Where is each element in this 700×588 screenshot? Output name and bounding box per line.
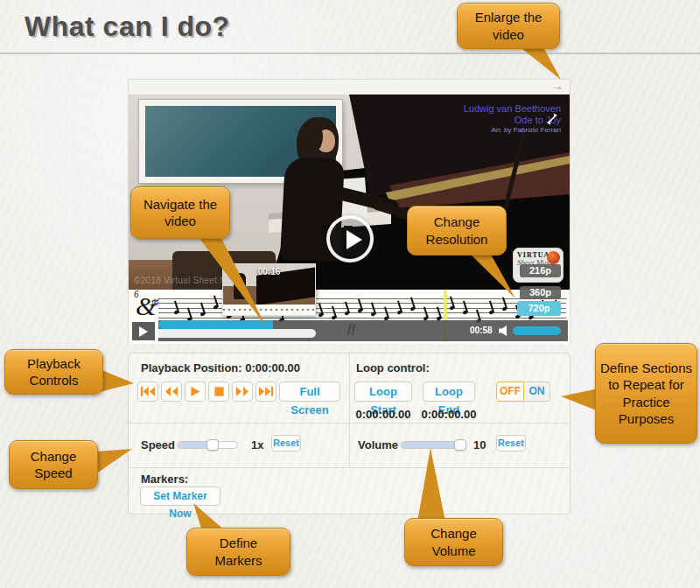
divider (129, 467, 570, 468)
skip-start-button[interactable] (137, 382, 158, 402)
callout-playback-controls: Playback Controls (4, 349, 103, 395)
markers-label: Markers: (141, 472, 188, 486)
video-control-bar: 00:58 (158, 320, 568, 341)
rewind-icon (164, 386, 179, 397)
speed-value: 1x (251, 438, 263, 452)
set-marker-button[interactable]: Set Marker Now (140, 486, 220, 506)
speed-label: Speed (141, 438, 175, 452)
resolution-360p-button[interactable]: 360p (520, 286, 561, 299)
resolution-720p-button[interactable]: 720p (517, 301, 561, 316)
thumbnail-time: 00:16 (223, 267, 315, 276)
playback-position-label: Playback Position: 0:00:00.00 (141, 361, 300, 374)
play-button[interactable] (185, 382, 206, 402)
player-top-strip: → (129, 80, 570, 94)
pianist-hair-front (307, 121, 323, 150)
enlarge-arrow-icon[interactable]: → (551, 79, 564, 93)
thumbnail-sheet (223, 304, 315, 315)
resolution-216p-button[interactable]: 216p (520, 264, 561, 277)
volume-label: Volume (358, 438, 398, 452)
callout-define-sections: Define Sections to Repeat for Practice P… (595, 343, 697, 444)
loop-on-button[interactable]: ON (524, 382, 550, 402)
callout-change-resolution: Change Resolution (407, 206, 507, 256)
full-screen-button[interactable]: Full Screen (279, 382, 340, 402)
play-overlay-button[interactable] (326, 215, 374, 262)
control-panel: Playback Position: 0:00:00.00 Full Scree… (128, 353, 570, 514)
loop-control-label: Loop control: (356, 361, 430, 374)
loop-off-button[interactable]: OFF (496, 382, 524, 402)
forward-button[interactable] (232, 382, 253, 402)
speed-slider-knob[interactable] (206, 439, 219, 451)
seek-preview-thumbnail: 00:16 (222, 263, 316, 316)
play-icon (189, 386, 201, 397)
volume-reset-button[interactable]: Reset (496, 435, 526, 452)
skip-end-icon (258, 386, 274, 397)
speaker-icon[interactable] (499, 326, 508, 336)
page: What can I do? → (0, 0, 700, 588)
key-signature: ♯♯ (151, 297, 158, 307)
callout-define-markers: Define Markers (186, 528, 290, 576)
loop-end-time: 0:00:00.00 (417, 408, 480, 421)
volume-value: 10 (473, 438, 486, 452)
logo-ball-icon (547, 251, 560, 264)
title-divider (0, 52, 700, 54)
callout-enlarge-video: Enlarge the video (457, 3, 560, 49)
volume-slider-knob[interactable] (454, 439, 466, 451)
thumbnail-pianist (234, 273, 246, 299)
volume-slider-fill (401, 442, 460, 448)
progress-remaining[interactable] (158, 329, 316, 338)
rewind-button[interactable] (161, 382, 182, 402)
skip-start-icon (140, 386, 156, 397)
page-title: What can I do? (24, 10, 230, 43)
loop-start-button[interactable]: Loop Start (354, 382, 412, 402)
callout-navigate-video: Navigate the video (130, 186, 230, 239)
loop-end-button[interactable]: Loop End (423, 382, 475, 402)
forward-icon (234, 386, 250, 397)
duration-label: 00:58 (470, 326, 493, 335)
stop-icon (214, 386, 225, 397)
expand-icon[interactable] (545, 112, 559, 126)
skip-end-button[interactable] (256, 382, 276, 402)
speed-reset-button[interactable]: Reset (271, 435, 301, 452)
video-play-button[interactable] (132, 322, 155, 340)
callout-change-volume: Change Volume (404, 518, 503, 566)
speed-slider[interactable] (177, 441, 238, 449)
callout-change-speed: Change Speed (9, 440, 98, 489)
video-volume-bar[interactable] (513, 326, 561, 335)
arranger-label: Arr. by Fabrizio Ferrari (464, 126, 561, 135)
volume-slider[interactable] (400, 441, 466, 449)
divider (349, 354, 350, 468)
stop-button[interactable] (208, 382, 229, 402)
loop-start-time: 0:00:00.00 (349, 408, 417, 421)
progress-played[interactable] (158, 320, 273, 329)
